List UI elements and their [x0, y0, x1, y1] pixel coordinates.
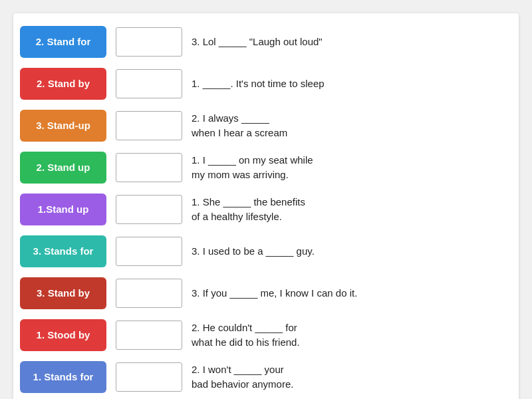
table-row: 2. Stand for3. Lol _____ "Laugh out loud… [20, 23, 512, 60]
table-row: 2. Stand up1. I _____ on my seat while m… [20, 149, 512, 186]
matching-exercise: 2. Stand for3. Lol _____ "Laugh out loud… [13, 13, 519, 399]
label-btn-3[interactable]: 3. Stand-up [20, 110, 106, 142]
label-btn-9[interactable]: 1. Stands for [20, 361, 106, 393]
sentence-5: 1. She _____ the benefits of a healthy l… [192, 195, 305, 224]
sentence-8: 2. He couldn't _____ for what he did to … [192, 321, 300, 350]
table-row: 2. Stand by1. _____. It's not time to sl… [20, 65, 512, 102]
sentence-7: 3. If you _____ me, I know I can do it. [192, 286, 357, 301]
sentence-1: 3. Lol _____ "Laugh out loud" [192, 35, 323, 49]
answer-input-8[interactable] [116, 321, 182, 350]
answer-input-2[interactable] [116, 69, 182, 98]
sentence-4: 1. I _____ on my seat while my mom was a… [192, 153, 313, 182]
table-row: 1.Stand up1. She _____ the benefits of a… [20, 191, 512, 227]
answer-input-7[interactable] [116, 279, 182, 308]
answer-input-4[interactable] [116, 153, 182, 182]
answer-input-3[interactable] [116, 111, 182, 140]
label-btn-8[interactable]: 1. Stood by [20, 319, 106, 351]
table-row: 3. Stand by3. If you _____ me, I know I … [20, 275, 512, 311]
table-row: 1. Stands for2. I won't _____ your bad b… [20, 358, 512, 395]
answer-input-5[interactable] [116, 195, 182, 224]
answer-input-1[interactable] [116, 27, 182, 57]
label-btn-2[interactable]: 2. Stand by [20, 68, 106, 100]
label-btn-1[interactable]: 2. Stand for [20, 26, 106, 58]
answer-input-9[interactable] [116, 362, 182, 392]
sentence-3: 2. I always _____ when I hear a scream [192, 111, 287, 140]
answer-input-6[interactable] [116, 237, 182, 266]
table-row: 3. Stands for3. I used to be a _____ guy… [20, 233, 512, 269]
label-btn-5[interactable]: 1.Stand up [20, 194, 106, 225]
label-btn-4[interactable]: 2. Stand up [20, 152, 106, 184]
table-row: 3. Stand-up2. I always _____ when I hear… [20, 107, 512, 144]
sentence-9: 2. I won't _____ your bad behavior anymo… [192, 362, 293, 392]
label-btn-6[interactable]: 3. Stands for [20, 235, 106, 267]
table-row: 1. Stood by2. He couldn't _____ for what… [20, 317, 512, 353]
sentence-6: 3. I used to be a _____ guy. [192, 244, 315, 259]
sentence-2: 1. _____. It's not time to sleep [192, 76, 325, 91]
label-btn-7[interactable]: 3. Stand by [20, 277, 106, 309]
